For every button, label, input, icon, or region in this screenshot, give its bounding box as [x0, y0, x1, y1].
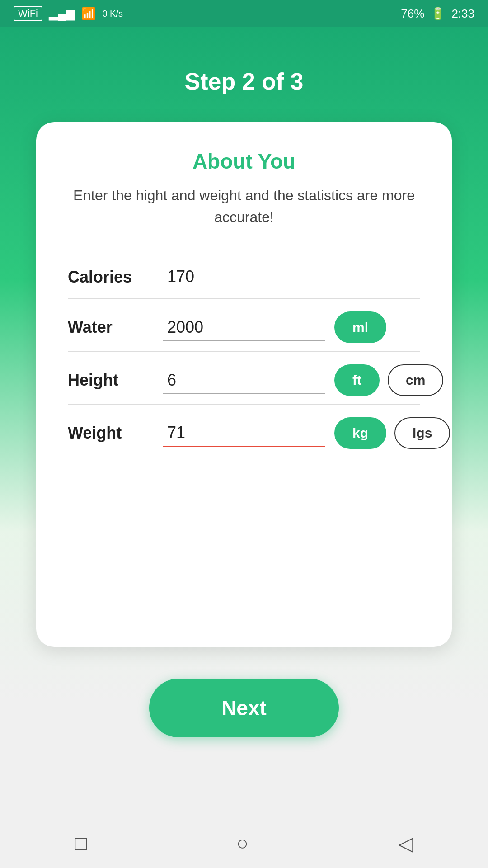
water-ml-button[interactable]: ml — [334, 311, 386, 343]
weight-unit-group: kg lgs — [334, 417, 450, 449]
signal-icon: ▂▄▆ — [49, 7, 75, 21]
card-title: About You — [68, 149, 420, 174]
calories-row: Calories — [68, 251, 420, 299]
height-input[interactable] — [163, 367, 325, 394]
data-speed: 0 K/s — [102, 9, 123, 19]
battery-icon: 🔋 — [431, 7, 445, 21]
clock: 2:33 — [451, 7, 474, 21]
battery-level: 76% — [401, 7, 424, 21]
circle-nav-icon[interactable]: ○ — [236, 832, 249, 854]
weight-input[interactable] — [163, 420, 325, 447]
water-unit-group: ml — [334, 311, 386, 343]
weight-lgs-button[interactable]: lgs — [394, 417, 450, 449]
wifi-icon: 📶 — [81, 7, 96, 21]
calories-input[interactable] — [163, 264, 325, 290]
wifi-label: WiFi — [14, 6, 42, 21]
height-cm-button[interactable]: cm — [388, 364, 443, 396]
bottom-nav: □ ○ ◁ — [0, 818, 488, 868]
back-nav-icon[interactable]: ◁ — [398, 832, 413, 855]
height-unit-group: ft cm — [334, 364, 443, 396]
spacer — [68, 457, 420, 611]
next-button-wrap: Next — [149, 679, 339, 737]
weight-label: Weight — [68, 424, 163, 443]
water-label: Water — [68, 318, 163, 337]
status-right: 76% 🔋 2:33 — [401, 7, 474, 21]
top-divider — [68, 246, 420, 246]
status-bar: WiFi ▂▄▆ 📶 0 K/s 76% 🔋 2:33 — [0, 0, 488, 27]
height-row: Height ft cm — [68, 352, 420, 405]
step-title: Step 2 of 3 — [185, 68, 304, 95]
height-ft-button[interactable]: ft — [334, 364, 380, 396]
status-left: WiFi ▂▄▆ 📶 0 K/s — [14, 6, 123, 21]
water-row: Water ml — [68, 299, 420, 352]
weight-row: Weight kg lgs — [68, 405, 420, 457]
card-subtitle: Enter the hight and weight and the stati… — [68, 184, 420, 228]
main-background: Step 2 of 3 About You Enter the hight an… — [0, 27, 488, 868]
next-button[interactable]: Next — [149, 679, 339, 737]
calories-label: Calories — [68, 268, 163, 287]
about-you-card: About You Enter the hight and weight and… — [36, 122, 452, 647]
weight-kg-button[interactable]: kg — [334, 417, 386, 449]
square-nav-icon[interactable]: □ — [75, 832, 87, 854]
height-label: Height — [68, 371, 163, 390]
water-input[interactable] — [163, 314, 325, 341]
